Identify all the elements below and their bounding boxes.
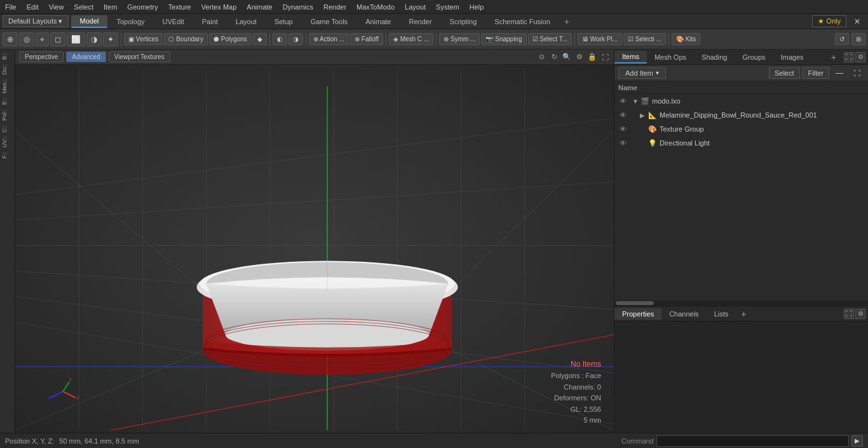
tb-selectt[interactable]: ☑ Select T... bbox=[528, 33, 573, 45]
menu-edit[interactable]: Edit bbox=[22, 2, 44, 12]
items-expand-button[interactable]: ⛶ bbox=[850, 68, 864, 78]
viewport-home-icon[interactable]: ⊙ bbox=[536, 52, 546, 62]
menu-geometry[interactable]: Geometry bbox=[122, 2, 163, 12]
tb-vertices[interactable]: ▣ ▣ VerticesVertices bbox=[124, 33, 163, 45]
tb-icon-4[interactable]: ◻ bbox=[50, 32, 65, 46]
tb-shading-2[interactable]: ◑ bbox=[288, 33, 303, 45]
items-scrollbar[interactable] bbox=[614, 301, 868, 306]
tree-arrow-root[interactable]: ▼ bbox=[632, 98, 640, 105]
props-tab-properties[interactable]: Properties bbox=[614, 308, 661, 320]
sidebar-item-f[interactable]: F:: bbox=[1, 150, 15, 161]
sidebar-item-uv[interactable]: UV:: bbox=[1, 135, 15, 149]
panel-tab-images[interactable]: Images bbox=[773, 51, 811, 63]
tb-icon-1[interactable]: ⊕ bbox=[3, 32, 18, 46]
tree-item-root[interactable]: 👁 ▼ 🎬 modo.lxo bbox=[614, 94, 868, 108]
menu-maxtomodo[interactable]: MaxToModo bbox=[351, 2, 400, 12]
tree-eye-light[interactable]: 👁 bbox=[617, 137, 628, 149]
tb-grid[interactable]: ⊞ bbox=[851, 33, 865, 45]
layout-tab-schematic[interactable]: Schematic Fusion bbox=[485, 16, 559, 27]
items-filter-button[interactable]: Filter bbox=[803, 67, 829, 79]
layout-tab-animate[interactable]: Animate bbox=[356, 16, 400, 27]
menu-system[interactable]: System bbox=[431, 2, 465, 12]
menu-animate[interactable]: Animate bbox=[241, 2, 277, 12]
menu-view[interactable]: View bbox=[44, 2, 69, 12]
menu-select[interactable]: Select bbox=[69, 2, 98, 12]
sidebar-item-e[interactable]: E:: bbox=[1, 96, 15, 107]
props-tab-lists[interactable]: Lists bbox=[707, 308, 736, 320]
tb-kits[interactable]: 🎨 Kits bbox=[672, 33, 700, 45]
tree-item-texture[interactable]: 👁 🎨 Texture Group bbox=[614, 122, 868, 136]
menu-dynamics[interactable]: Dynamics bbox=[278, 2, 318, 12]
tree-item-mesh[interactable]: 👁 ▶ 📐 Melamine_Dipping_Bowl_Round_Sauce_… bbox=[614, 108, 868, 122]
tb-shading-1[interactable]: ◐ bbox=[273, 33, 287, 45]
layout-tab-setup[interactable]: Setup bbox=[266, 16, 302, 27]
tree-eye-root[interactable]: 👁 bbox=[617, 95, 628, 107]
menu-help[interactable]: Help bbox=[465, 2, 489, 12]
viewport-3d[interactable]: X Y Z No Items Polygons : Face Channels:… bbox=[15, 65, 614, 433]
sidebar-item-du[interactable]: Du:: bbox=[1, 62, 15, 77]
tb-boundary[interactable]: ⬡ Boundary bbox=[164, 33, 208, 45]
tb-snapping[interactable]: 📷 Snapping bbox=[481, 33, 526, 45]
tb-icon-3[interactable]: ⌖ bbox=[36, 32, 49, 46]
layout-tab-add[interactable]: + bbox=[559, 15, 574, 28]
viewport-settings-icon[interactable]: ⚙ bbox=[574, 52, 585, 62]
items-select-button[interactable]: Select bbox=[769, 67, 800, 79]
panel-tab-items[interactable]: Items bbox=[614, 51, 647, 64]
layout-close-button[interactable]: ✕ bbox=[850, 16, 864, 27]
sidebar-item-mes[interactable]: Mes:: bbox=[1, 78, 15, 95]
menu-render[interactable]: Render bbox=[318, 2, 351, 12]
viewport-expand-icon[interactable]: ⛶ bbox=[600, 52, 610, 62]
viewport-lock-icon[interactable]: 🔒 bbox=[587, 52, 597, 62]
panel-tab-add[interactable]: + bbox=[826, 51, 841, 64]
menu-item[interactable]: Item bbox=[98, 2, 122, 12]
panel-tab-groups[interactable]: Groups bbox=[735, 51, 773, 63]
layout-dropdown[interactable]: Default Layouts ▾ bbox=[3, 15, 69, 27]
items-tree[interactable]: 👁 ▼ 🎬 modo.lxo 👁 ▶ 📐 Melamine_Dipping_Bo… bbox=[614, 94, 868, 301]
panel-tab-shading[interactable]: Shading bbox=[694, 51, 735, 63]
tree-item-light[interactable]: 👁 💡 Directional Light bbox=[614, 136, 868, 150]
viewport-zoom-icon[interactable]: 🔍 bbox=[562, 52, 572, 62]
layout-tab-model[interactable]: Model bbox=[71, 15, 108, 28]
viewport-advanced-btn[interactable]: Advanced bbox=[66, 51, 105, 62]
layout-tab-gametools[interactable]: Game Tools bbox=[302, 16, 357, 27]
panel-settings-icon[interactable]: ⚙ bbox=[855, 52, 865, 62]
sidebar-item-pol[interactable]: Pol:: bbox=[1, 107, 15, 123]
props-expand-icon[interactable]: ⛶ bbox=[844, 309, 854, 319]
sidebar-item-c[interactable]: C:: bbox=[1, 123, 15, 135]
tb-meshc[interactable]: ◈ Mesh C ... bbox=[389, 33, 433, 45]
props-add-button[interactable]: + bbox=[736, 308, 751, 320]
viewport-textures-btn[interactable]: Viewport Textures bbox=[109, 51, 170, 62]
tree-eye-texture[interactable]: 👁 bbox=[617, 123, 628, 135]
tb-falloff[interactable]: ⊕ Falloff bbox=[350, 33, 383, 45]
menu-file[interactable]: File bbox=[0, 2, 22, 12]
items-scrollbar-thumb[interactable] bbox=[616, 301, 654, 305]
tb-refresh[interactable]: ↺ bbox=[835, 33, 849, 45]
layout-tab-paint[interactable]: Paint bbox=[193, 16, 227, 27]
panel-tab-meshops[interactable]: Mesh Ops bbox=[647, 51, 694, 63]
tb-selecti[interactable]: ☑ Selecti ... bbox=[623, 33, 666, 45]
tree-eye-mesh[interactable]: 👁 bbox=[617, 109, 628, 121]
add-item-button[interactable]: Add Item ▾ bbox=[618, 67, 666, 79]
layout-tab-scripting[interactable]: Scripting bbox=[441, 16, 486, 27]
tb-icon-7[interactable]: ✦ bbox=[103, 32, 118, 46]
props-settings-icon[interactable]: ⚙ bbox=[855, 309, 865, 319]
menu-texture[interactable]: Texture bbox=[163, 2, 196, 12]
layout-tab-render[interactable]: Render bbox=[400, 16, 440, 27]
sidebar-item-b[interactable]: B:: bbox=[1, 51, 15, 62]
tb-icon-5[interactable]: ⬜ bbox=[67, 32, 85, 46]
menu-vertexmap[interactable]: Vertex Map bbox=[196, 2, 242, 12]
layout-tab-topology[interactable]: Topology bbox=[107, 16, 153, 27]
viewport-rotate-icon[interactable]: ↻ bbox=[549, 52, 559, 62]
viewport-perspective-btn[interactable]: Perspective bbox=[19, 51, 64, 62]
panel-expand-icon[interactable]: ⛶ bbox=[844, 52, 854, 62]
tb-icon-2[interactable]: ◎ bbox=[19, 32, 34, 46]
tb-workpl[interactable]: 🖥 Work Pl... bbox=[578, 33, 622, 45]
command-input[interactable] bbox=[656, 435, 849, 447]
layout-tab-layout[interactable]: Layout bbox=[227, 16, 266, 27]
menu-layout[interactable]: Layout bbox=[400, 2, 431, 12]
props-tab-channels[interactable]: Channels bbox=[661, 308, 706, 320]
star-only-button[interactable]: ★ Only bbox=[812, 15, 846, 27]
tb-symm[interactable]: ⊕ Symm ... bbox=[439, 33, 480, 45]
tb-icon-6[interactable]: ◑ bbox=[86, 32, 102, 46]
command-go-button[interactable]: ▶ bbox=[851, 435, 863, 447]
